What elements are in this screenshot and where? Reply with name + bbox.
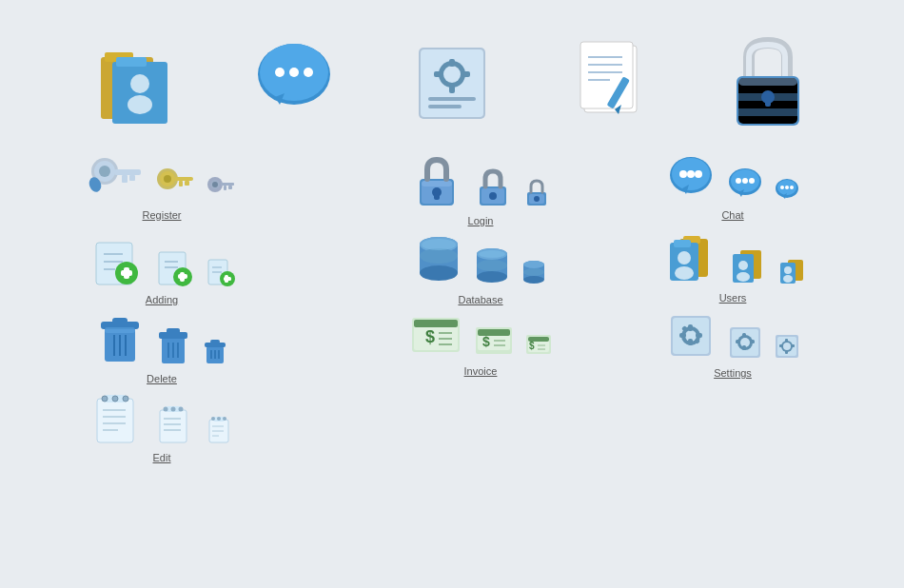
adding-icon-large: [88, 231, 144, 290]
users-icon-large2: [660, 231, 716, 288]
svg-rect-19: [462, 71, 470, 77]
svg-point-206: [102, 396, 108, 402]
svg-point-114: [477, 260, 507, 271]
svg-point-222: [211, 417, 215, 421]
users-label: Users: [719, 292, 747, 304]
svg-point-39: [99, 166, 110, 177]
edit-icon-small2: [206, 414, 234, 448]
adding-label: Adding: [146, 294, 178, 305]
svg-rect-142: [105, 327, 135, 333]
svg-point-214: [164, 407, 168, 412]
svg-rect-97: [178, 274, 187, 279]
svg-point-81: [780, 186, 784, 189]
svg-point-69: [679, 170, 687, 178]
svg-rect-198: [779, 344, 783, 347]
invoice-icon-large: $: [408, 310, 463, 362]
svg-point-9: [289, 68, 299, 77]
svg-point-108: [420, 248, 458, 264]
svg-point-216: [179, 407, 184, 412]
svg-text:$: $: [482, 334, 490, 349]
edit-group: Edit: [19, 389, 305, 463]
svg-point-75: [736, 178, 741, 184]
settings-group: Settings: [638, 310, 828, 384]
svg-rect-20: [428, 97, 476, 101]
edit-icon-med2: [154, 402, 196, 448]
settings-label: Settings: [714, 367, 752, 379]
svg-point-76: [742, 178, 748, 184]
edit-label: Edit: [153, 452, 171, 463]
database-group: Database: [362, 231, 599, 305]
settings-icon-med2: [726, 323, 764, 363]
database-icon-large: [414, 231, 463, 290]
login-icon-large: [410, 152, 463, 211]
svg-point-125: [678, 251, 691, 265]
svg-rect-178: [688, 324, 693, 331]
chat-icon-med2: [726, 166, 764, 206]
delete-icon-med: [154, 323, 192, 369]
invoice-icon-med: $: [473, 322, 515, 362]
svg-rect-42: [122, 175, 128, 183]
users-icon-small2: [776, 256, 805, 288]
svg-rect-200: [97, 399, 133, 442]
svg-point-130: [737, 272, 750, 282]
svg-rect-53: [221, 183, 234, 186]
svg-rect-103: [224, 277, 231, 281]
register-icon-large: [88, 152, 145, 206]
svg-rect-23: [580, 42, 633, 108]
svg-point-82: [785, 186, 789, 189]
svg-point-133: [784, 266, 792, 274]
svg-point-46: [164, 175, 171, 183]
users-icon-large: [84, 29, 188, 133]
svg-rect-199: [791, 344, 795, 347]
settings-icon-large2: [665, 310, 717, 363]
svg-rect-41: [129, 175, 135, 181]
delete-group: Delete: [19, 310, 305, 384]
svg-point-112: [477, 271, 507, 283]
svg-point-109: [422, 239, 456, 250]
delete-icon-large: [95, 310, 145, 369]
svg-rect-189: [742, 345, 746, 350]
svg-point-119: [523, 261, 544, 268]
edit-icon-large2: [89, 389, 145, 448]
svg-rect-54: [228, 186, 232, 189]
login-label: Login: [468, 215, 494, 226]
invoice-label: Invoice: [464, 365, 498, 377]
chat-icon-large2: [665, 152, 717, 206]
invoice-icon-small: $: [524, 331, 553, 362]
svg-point-15: [443, 66, 461, 83]
login-icon-small: [522, 177, 551, 211]
svg-rect-124: [674, 240, 691, 247]
svg-point-129: [738, 261, 748, 270]
svg-rect-3: [116, 57, 147, 67]
adding-icon-med: [153, 245, 195, 290]
svg-rect-179: [688, 339, 693, 345]
svg-point-5: [128, 95, 152, 114]
svg-point-195: [783, 343, 791, 350]
svg-rect-49: [179, 181, 183, 186]
svg-point-4: [130, 74, 149, 93]
register-icon-med: [154, 164, 196, 206]
register-label: Register: [143, 209, 182, 221]
delete-icon-small: [202, 337, 228, 369]
svg-text:$: $: [529, 341, 535, 351]
svg-point-223: [217, 417, 221, 421]
lock-icon-large: [716, 29, 820, 133]
login-group: Login: [362, 152, 599, 226]
svg-point-70: [687, 170, 695, 178]
database-icon-small: [521, 258, 547, 290]
svg-rect-151: [210, 340, 220, 343]
svg-point-8: [275, 68, 285, 77]
svg-rect-91: [121, 270, 132, 276]
svg-rect-21: [428, 105, 462, 108]
edit-icon-large: [558, 29, 662, 133]
chat-icon-large: [242, 29, 346, 133]
svg-rect-16: [449, 59, 455, 67]
svg-rect-138: [112, 318, 128, 323]
adding-icon-small: [205, 256, 235, 290]
svg-rect-48: [185, 181, 189, 186]
svg-point-126: [675, 266, 694, 280]
svg-rect-181: [696, 333, 702, 338]
svg-point-52: [212, 182, 218, 187]
svg-rect-145: [167, 328, 180, 334]
login-icon-med: [473, 166, 513, 211]
